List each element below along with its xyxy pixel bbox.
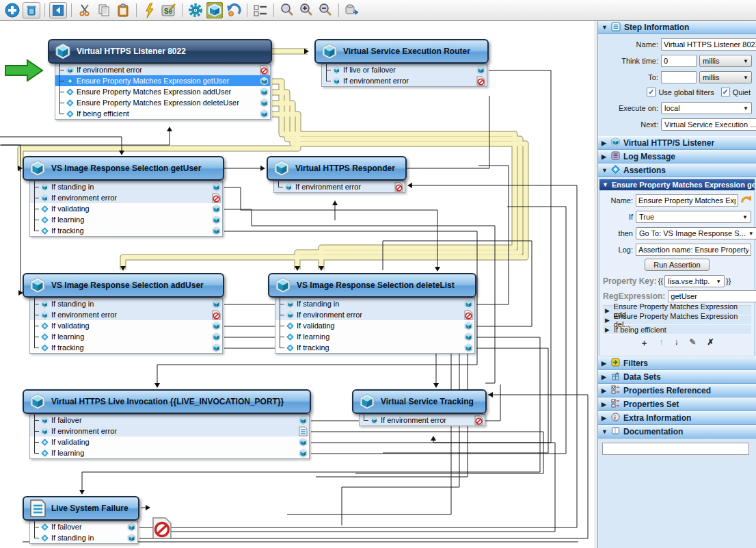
- node-item[interactable]: If environment error: [30, 192, 222, 203]
- next-dropdown[interactable]: Virtual Service Execution ...▼: [661, 118, 756, 131]
- section-assertions[interactable]: ▼ Assertions: [598, 164, 756, 177]
- node-item[interactable]: If failover: [30, 415, 309, 426]
- node-item[interactable]: If tracking: [30, 225, 222, 236]
- think-time-unit-dropdown[interactable]: millis▼: [699, 55, 752, 67]
- zoom-in-icon[interactable]: [297, 2, 315, 18]
- node-item[interactable]: If standing in: [30, 532, 137, 543]
- node-item[interactable]: If environment error: [55, 64, 270, 75]
- edit-se-icon[interactable]: Se: [160, 2, 178, 18]
- node-item[interactable]: If environment error: [360, 415, 485, 426]
- copy-icon[interactable]: [95, 2, 113, 18]
- node-header[interactable]: Virtual Service Tracking: [352, 389, 487, 414]
- node-item[interactable]: If live or failover: [322, 64, 487, 75]
- section-documentation[interactable]: ▼ Documentation: [598, 425, 756, 439]
- node-header[interactable]: VS Image Response Selection getUser: [23, 156, 224, 181]
- node-getuser[interactable]: VS Image Response Selection getUserIf st…: [23, 156, 224, 237]
- node-item[interactable]: If tracking: [275, 342, 474, 353]
- to-unit-dropdown[interactable]: millis▼: [699, 71, 752, 83]
- move-down-icon[interactable]: ↓: [674, 337, 678, 349]
- node-item[interactable]: If learning: [30, 447, 309, 458]
- property-key-dropdown[interactable]: lisa.vse.http.▼: [664, 275, 725, 287]
- execute-on-dropdown[interactable]: local▼: [661, 102, 752, 114]
- undo-icon[interactable]: [225, 2, 243, 18]
- to-input[interactable]: [661, 71, 697, 83]
- edit-icon[interactable]: ✎: [689, 337, 696, 349]
- node-item[interactable]: If learning: [275, 331, 474, 342]
- execute-icon[interactable]: [141, 2, 159, 18]
- node-item[interactable]: Ensure Property Matches Expression delet…: [55, 97, 270, 108]
- node-item[interactable]: Ensure Property Matches Expression getUs…: [55, 75, 270, 86]
- settings-icon[interactable]: [187, 2, 204, 18]
- section-data-sets[interactable]: ▶ Data Sets: [598, 370, 756, 384]
- step-name-input[interactable]: [661, 38, 756, 51]
- node-item[interactable]: If standing in: [30, 181, 222, 192]
- cut-icon[interactable]: [76, 2, 94, 18]
- quiet-checkbox[interactable]: ✓Quiet: [721, 88, 751, 96]
- node-header[interactable]: VS Image Response Selection deleteList: [268, 273, 476, 298]
- node-item[interactable]: If standing in: [275, 298, 474, 309]
- zoom-out-icon[interactable]: [316, 2, 334, 18]
- node-item[interactable]: If failover: [30, 521, 137, 532]
- delete-assertion-icon[interactable]: ✗: [707, 337, 714, 349]
- node-liveinv[interactable]: Virtual HTTPS Live Invocation {{LIVE_INV…: [23, 389, 311, 459]
- node-item[interactable]: If environment error: [274, 181, 405, 192]
- node-deletelist[interactable]: VS Image Response Selection deleteListIf…: [268, 273, 476, 354]
- node-failure[interactable]: Live System FailureIf failoverIf standin…: [23, 496, 139, 544]
- node-item[interactable]: If validating: [275, 320, 474, 331]
- assertion-if-dropdown[interactable]: True▼: [636, 211, 751, 223]
- section-virtual-https-listener[interactable]: ▶ Virtual HTTP/S Listener: [598, 136, 756, 150]
- node-item[interactable]: If learning: [30, 214, 222, 225]
- move-up-icon[interactable]: ↑: [659, 337, 663, 349]
- node-router[interactable]: Virtual Service Execution RouterIf live …: [314, 39, 489, 87]
- node-item[interactable]: If learning: [30, 331, 222, 342]
- workflow-canvas[interactable]: Virtual HTTPS Listener 8022If environmen…: [0, 21, 594, 548]
- node-listener[interactable]: Virtual HTTPS Listener 8022If environmen…: [48, 39, 272, 120]
- revert-icon[interactable]: [741, 195, 752, 206]
- back-icon[interactable]: [49, 2, 67, 18]
- assertion-list-item[interactable]: ▶Ensure Property Matches Expression del.…: [603, 315, 751, 325]
- node-responder[interactable]: Virtual HTTPS ResponderIf environment er…: [267, 156, 407, 193]
- node-item[interactable]: If being efficient: [55, 108, 270, 119]
- assertion-then-dropdown[interactable]: Go To: VS Image Response S...▼: [636, 227, 756, 239]
- node-item[interactable]: Ensure Property Matches Expression addUs…: [55, 86, 270, 97]
- assertion-log-input[interactable]: [636, 244, 751, 256]
- node-header[interactable]: Virtual HTTPS Listener 8022: [48, 39, 272, 64]
- zoom-icon[interactable]: [278, 2, 296, 18]
- node-item[interactable]: If validating: [30, 320, 222, 331]
- node-header[interactable]: Virtual HTTPS Live Invocation {{LIVE_INV…: [23, 389, 311, 414]
- node-item[interactable]: If environment error: [30, 309, 222, 320]
- section-extra-information[interactable]: ▶ i Extra Information: [598, 411, 756, 425]
- section-filters[interactable]: ▶ Filters: [598, 356, 756, 370]
- model-cube-icon[interactable]: [206, 2, 224, 18]
- selected-assertion-header[interactable]: ▼ Ensure Property Matches Expression get…: [599, 179, 755, 190]
- node-item[interactable]: If validating: [30, 203, 222, 214]
- regexpression-input[interactable]: [668, 290, 756, 302]
- node-header[interactable]: VS Image Response Selection addUser: [23, 273, 224, 298]
- think-time-input[interactable]: [661, 55, 697, 67]
- assertion-name-input[interactable]: [636, 194, 738, 207]
- properties-list-icon[interactable]: [252, 2, 269, 18]
- run-assertion-button[interactable]: Run Assertion: [645, 259, 709, 271]
- section-log-message[interactable]: ▶ Log Message: [598, 150, 756, 164]
- add-icon[interactable]: [3, 2, 21, 18]
- documentation-input[interactable]: [602, 443, 749, 455]
- export-icon[interactable]: [343, 2, 361, 18]
- delete-icon[interactable]: [23, 2, 40, 18]
- node-tracking[interactable]: Virtual Service TrackingIf environment e…: [352, 389, 487, 426]
- node-header[interactable]: Live System Failure: [23, 496, 139, 521]
- use-global-filters-checkbox[interactable]: ✓Use global filters: [647, 88, 714, 96]
- paste-icon[interactable]: [114, 2, 132, 18]
- node-header[interactable]: Virtual HTTPS Responder: [267, 156, 407, 181]
- section-properties-set[interactable]: ▶ Properties Set: [598, 397, 756, 411]
- node-item[interactable]: If validating: [30, 436, 309, 447]
- node-item[interactable]: If environment error: [322, 75, 487, 86]
- node-item[interactable]: If tracking: [30, 342, 222, 353]
- section-step-information[interactable]: ▼ Step Information: [598, 21, 756, 34]
- node-adduser[interactable]: VS Image Response Selection addUserIf st…: [23, 273, 224, 354]
- node-header[interactable]: Virtual Service Execution Router: [314, 39, 489, 64]
- node-item[interactable]: If standing in: [30, 298, 222, 309]
- node-item[interactable]: If environment error: [30, 426, 309, 436]
- section-properties-referenced[interactable]: ▶ Properties Referenced: [598, 384, 756, 397]
- node-item[interactable]: If environment error: [275, 309, 474, 320]
- add-assertion-icon[interactable]: ＋: [640, 337, 648, 349]
